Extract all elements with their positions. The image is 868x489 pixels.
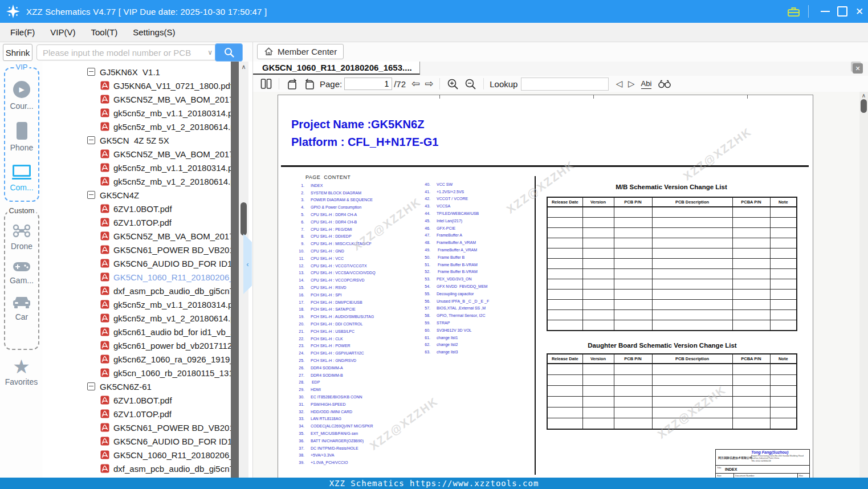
tree-row[interactable]: 6ZV1.0TOP.pdf bbox=[43, 407, 231, 421]
pdf-viewport[interactable]: Project Name :GK5KN6Z Platform : CFL_H+N… bbox=[253, 92, 868, 478]
tree-row[interactable]: gk5cn5z_mb_v1_2_20180614.pd bbox=[43, 174, 231, 188]
tree-row[interactable]: gk5cn61_audio bd_for id1_vb_2 bbox=[43, 325, 231, 339]
tree-row[interactable]: 6ZV1.0BOT.pdf bbox=[43, 393, 231, 407]
menu-item[interactable]: Tool(T) bbox=[91, 27, 118, 37]
zoom-in-icon[interactable] bbox=[447, 78, 459, 90]
rail-item-phone[interactable]: Phone bbox=[5, 121, 38, 152]
match-case-toggle[interactable]: Abi bbox=[641, 79, 652, 89]
close-document-icon[interactable]: ✕ bbox=[853, 63, 863, 74]
rail-item-computer[interactable]: Com... bbox=[5, 162, 38, 192]
minimize-button[interactable] bbox=[817, 0, 834, 23]
tree-row[interactable]: gk5cn6Z_1060_ra_0926_1919_fo bbox=[43, 352, 231, 366]
pdf-file-icon bbox=[100, 464, 109, 473]
collapse-minus-icon[interactable] bbox=[87, 382, 95, 390]
toc-entry: 6. CPU SKL-H : DDR4 CH-B bbox=[291, 218, 376, 226]
pdf-scrollbar[interactable]: ∧ bbox=[859, 92, 868, 478]
rail-item-favorites[interactable]: ★ Favorites bbox=[0, 357, 43, 386]
panel-collapse-handle[interactable]: ‹ bbox=[243, 234, 252, 294]
binoculars-search-icon[interactable] bbox=[658, 79, 671, 89]
rail-item-drone[interactable]: Drone bbox=[5, 223, 38, 251]
collapse-minus-icon[interactable] bbox=[87, 136, 95, 144]
tree-scrollbar-thumb[interactable] bbox=[241, 202, 247, 235]
lookup-input[interactable] bbox=[521, 78, 609, 91]
tree-row[interactable]: gk5cn5z_mb_v1.1_20180314.pdf bbox=[43, 106, 231, 120]
toc-entry: 22. PCH SKL-H : CLK bbox=[291, 335, 376, 343]
search-input[interactable] bbox=[42, 47, 205, 58]
menu-item[interactable]: Settings(S) bbox=[133, 27, 175, 37]
toc-entry: 62. change list2 bbox=[415, 341, 489, 349]
pdf-file-icon bbox=[100, 437, 109, 446]
tree-scrollbar-track[interactable] bbox=[231, 62, 239, 478]
pdf-file-icon bbox=[100, 354, 109, 364]
tree-row[interactable]: GK5CN 4Z 5Z 5X bbox=[43, 133, 231, 147]
app-logo-icon bbox=[6, 5, 20, 18]
scroll-up-arrow-icon[interactable]: ∧ bbox=[859, 92, 868, 99]
tree-row[interactable]: gk5cn_1060_rb_20180115_1312. bbox=[43, 366, 231, 380]
tree-row[interactable]: GK5CN5Z_MB_VA_BOM_201709 bbox=[43, 92, 231, 106]
window-title: XZZ Schematics V4.77 [ VIP Due date: 202… bbox=[26, 7, 267, 17]
rail-item-car[interactable]: Car bbox=[5, 295, 38, 321]
find-previous-icon[interactable]: ◁ bbox=[616, 79, 622, 89]
pdf-file-icon bbox=[100, 286, 109, 295]
pdf-file-icon bbox=[100, 149, 109, 158]
vip-group-label: VIP bbox=[14, 63, 30, 71]
toc-entry: 18. PCH SKL-H : SATA/PCIE bbox=[291, 306, 376, 313]
platform-text: Platform : CFL_H+N17E-G1 bbox=[291, 136, 438, 149]
tree-row[interactable]: GK5CN61_POWER BD_VB20180 bbox=[43, 243, 231, 256]
member-center-button[interactable]: Member Center bbox=[257, 44, 344, 59]
menu-item[interactable]: VIP(V) bbox=[50, 27, 75, 37]
toc-column-1: 1. INDEX 2. SYSTEM BLOCK DIAGRAM 3. POWE… bbox=[291, 182, 376, 466]
tree-row[interactable]: GK5CN5Z_MB_VA_BOM_201709 bbox=[43, 229, 231, 243]
tree-row[interactable]: GK5CN61_POWER BD_VB20180 bbox=[43, 421, 231, 434]
page-number-input[interactable] bbox=[344, 78, 392, 90]
tree-row[interactable]: GJ5KN6X V1.1 bbox=[43, 65, 231, 79]
briefcase-icon[interactable] bbox=[787, 6, 800, 18]
tree-row[interactable]: gk5cn5z_mb_v1_2_20180614.pd bbox=[43, 311, 231, 325]
tree-row[interactable]: GK5CN_1060_R11_20180206_16 bbox=[43, 270, 231, 284]
toc-entry: 12. CPU SKL-H : VCCGT/VCCGTX bbox=[291, 262, 376, 270]
maximize-button[interactable] bbox=[834, 0, 851, 23]
shrink-button[interactable]: Shrink bbox=[3, 44, 32, 61]
tree-row[interactable]: GK5CN6_AUDIO BD_FOR ID1_RA bbox=[43, 256, 231, 270]
rotate-right-icon[interactable] bbox=[304, 78, 316, 90]
tree-row-label: GK5CN 4Z 5Z 5X bbox=[100, 136, 169, 145]
tree-row[interactable]: gk5cn5z_mb_v1.1_20180314.pdf bbox=[43, 161, 231, 174]
toc-entry: 49. FrameBuffer A_VRAM bbox=[415, 246, 489, 254]
tree-row[interactable]: gk5cn61_power bd_vb20171120 bbox=[43, 339, 231, 352]
tree-row[interactable]: GJ5KN6A_V11_0721_1800.pdf bbox=[43, 79, 231, 92]
pdf-scrollbar-thumb[interactable] bbox=[861, 99, 867, 113]
scroll-up-arrow-icon[interactable]: ∧ bbox=[239, 63, 248, 71]
tree-row[interactable]: GK5CN5Z_MB_VA_BOM_201709 bbox=[43, 147, 231, 161]
toc-entry: 31. PSW/HIGH-SPEED bbox=[291, 401, 376, 408]
tree-row[interactable]: GK5CN6Z-61 bbox=[43, 380, 231, 393]
two-page-view-icon[interactable] bbox=[260, 78, 272, 89]
rotate-left-icon[interactable] bbox=[286, 78, 298, 90]
search-button[interactable] bbox=[215, 43, 243, 62]
tree-row[interactable]: dxf_asm_pcb_audio_db_gi5cn7x bbox=[43, 462, 231, 475]
model-search-combo[interactable]: ∨ bbox=[36, 44, 218, 60]
rail-item-course[interactable]: ▶ Cour... bbox=[5, 81, 38, 111]
tree-row[interactable]: gk5cn5z_mb_v1.1_20180314.pdf bbox=[43, 298, 231, 311]
find-next-icon[interactable]: ▷ bbox=[628, 79, 635, 89]
tree-row[interactable]: dxf_asm_pcb_audio_db_gi5cn7x bbox=[43, 284, 231, 298]
tree-row[interactable]: GK5CN6_AUDIO BD_FOR ID1_RA bbox=[43, 434, 231, 448]
tree-row[interactable]: GK5CN_1060_R11_20180206_16 bbox=[43, 448, 231, 462]
home-icon bbox=[264, 47, 274, 56]
zoom-out-icon[interactable] bbox=[464, 78, 476, 90]
next-page-icon[interactable]: ⇨ bbox=[425, 79, 433, 89]
watermark: XZZ@XZZHK bbox=[368, 394, 441, 453]
tree-row[interactable]: 6ZV1.0TOP.pdf bbox=[43, 215, 231, 229]
rail-item-game[interactable]: Gam... bbox=[5, 261, 38, 285]
collapse-minus-icon[interactable] bbox=[87, 68, 95, 76]
schematic-file-tree[interactable]: GJ5KN6X V1.1 GJ5KN6A_V11_0721_1800.pdf G… bbox=[43, 62, 231, 478]
close-button[interactable]: ✕ bbox=[851, 0, 868, 23]
chevron-down-icon[interactable]: ∨ bbox=[207, 48, 213, 56]
collapse-minus-icon[interactable] bbox=[87, 191, 95, 199]
tree-row[interactable]: gk5cn5z_mb_v1_2_20180614.pd bbox=[43, 120, 231, 133]
pdf-file-icon bbox=[100, 259, 109, 268]
document-tab[interactable]: GK5CN_1060_R11_20180206_1653.... bbox=[253, 62, 420, 75]
tree-row[interactable]: 6ZV1.0BOT.pdf bbox=[43, 202, 231, 215]
menu-item[interactable]: File(F) bbox=[10, 27, 35, 37]
tree-row[interactable]: GK5CN4Z bbox=[43, 188, 231, 202]
previous-page-icon[interactable]: ⇦ bbox=[411, 79, 420, 89]
